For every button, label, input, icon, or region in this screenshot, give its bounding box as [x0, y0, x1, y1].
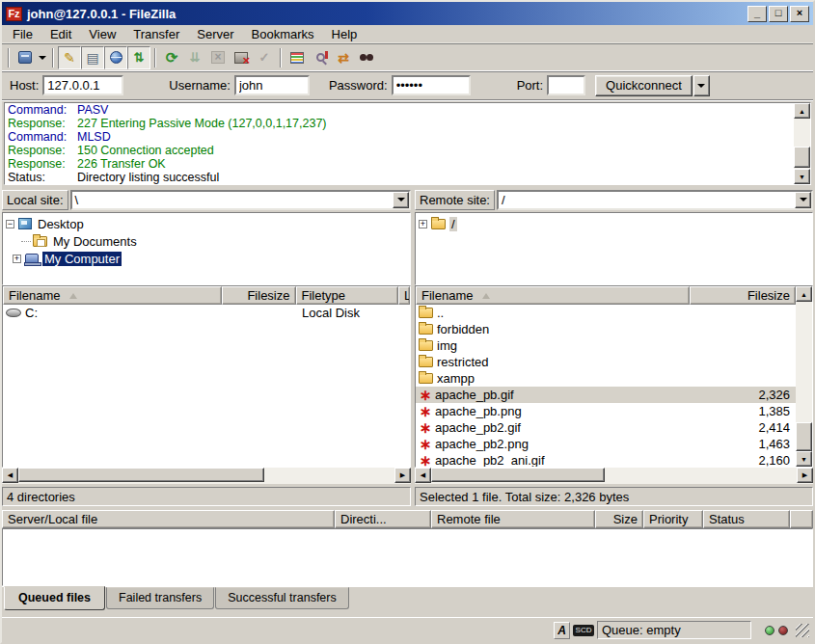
local-directory-tree[interactable]: − Desktop My Documents + My Computer	[2, 212, 411, 285]
remote-directory-tree[interactable]: + /	[415, 212, 813, 285]
column-header-filename[interactable]: Filename	[416, 286, 690, 305]
remote-horizontal-scrollbar[interactable]: ◀ ▶	[415, 468, 813, 484]
remote-file-row[interactable]: ..	[416, 305, 796, 321]
tree-item-my-computer[interactable]: + My Computer	[6, 250, 410, 267]
close-button[interactable]: ×	[790, 6, 809, 22]
scroll-up-button[interactable]: ▲	[796, 286, 812, 302]
scroll-track[interactable]	[794, 119, 810, 169]
expand-icon[interactable]: +	[419, 220, 427, 228]
collapse-icon[interactable]: −	[6, 220, 14, 228]
site-manager-button[interactable]	[14, 46, 37, 69]
tree-label-selected[interactable]: My Computer	[42, 252, 122, 266]
synchronized-browsing-button[interactable]: ⇄	[332, 46, 355, 69]
scroll-thumb[interactable]	[794, 147, 810, 168]
remote-file-row[interactable]: img	[416, 337, 796, 354]
scroll-thumb[interactable]	[18, 468, 264, 482]
scroll-thumb[interactable]	[431, 468, 605, 482]
column-header-status[interactable]: Status	[703, 510, 790, 528]
menu-edit[interactable]: Edit	[41, 26, 80, 42]
local-site-dropdown-button[interactable]	[393, 192, 409, 208]
menu-view[interactable]: View	[80, 26, 124, 42]
local-site-combobox[interactable]: \	[70, 190, 411, 210]
column-header-remote-file[interactable]: Remote file	[431, 510, 595, 528]
column-header-server-local-file[interactable]: Server/Local file	[2, 510, 335, 528]
scroll-track[interactable]	[431, 468, 797, 484]
remote-file-row[interactable]: restricted	[416, 354, 796, 370]
tab-queued-files[interactable]: Queued files	[4, 586, 105, 610]
local-horizontal-scrollbar[interactable]: ◀ ▶	[2, 468, 411, 484]
column-header-size[interactable]: Size	[595, 510, 643, 528]
scroll-left-button[interactable]: ◀	[415, 468, 431, 483]
remote-file-list[interactable]: Filename Filesize .. forbidden img	[415, 285, 813, 468]
username-input[interactable]	[234, 75, 310, 95]
quickconnect-dropdown-button[interactable]	[693, 75, 710, 96]
tab-failed-transfers[interactable]: Failed transfers	[106, 587, 214, 609]
data-type-indicator[interactable]: A	[554, 622, 570, 639]
scroll-track[interactable]	[18, 468, 394, 484]
directory-filters-button[interactable]	[285, 46, 309, 69]
column-header-filesize[interactable]: Filesize	[690, 286, 796, 305]
log-vertical-scrollbar[interactable]: ▲ ▼	[794, 103, 810, 184]
menu-transfer[interactable]: Transfer	[124, 26, 188, 42]
tree-label[interactable]: My Documents	[51, 234, 139, 249]
toggle-queue-button[interactable]: ⇅	[127, 46, 150, 69]
tree-item-my-documents[interactable]: My Documents	[6, 232, 410, 250]
menu-file[interactable]: File	[4, 26, 41, 42]
reconnect-button[interactable]: ✓	[253, 46, 276, 69]
message-log[interactable]: Command:PASV Response:227 Entering Passi…	[4, 102, 811, 185]
toggle-local-tree-button[interactable]: ▤	[81, 46, 104, 69]
column-header-filename[interactable]: Filename	[3, 286, 222, 305]
tab-successful-transfers[interactable]: Successful transfers	[215, 587, 349, 609]
speed-limit-indicator-icon[interactable]: SCD	[573, 625, 594, 636]
directory-comparison-button[interactable]	[309, 46, 332, 69]
disconnect-button[interactable]	[230, 46, 253, 69]
toggle-message-log-button[interactable]: ✎	[58, 46, 81, 69]
scroll-down-button[interactable]: ▼	[794, 169, 810, 184]
remote-file-row[interactable]: ∗apache_pb2.gif 2,414	[416, 419, 796, 436]
remote-site-dropdown-button[interactable]	[795, 192, 811, 208]
column-header-direction[interactable]: Directi...	[335, 510, 431, 528]
process-queue-button[interactable]: ⇊	[183, 46, 206, 69]
column-header-last-modified[interactable]: L	[398, 286, 410, 305]
queue-list[interactable]	[2, 528, 813, 586]
column-header-filesize[interactable]: Filesize	[222, 286, 296, 305]
tree-item-root[interactable]: + /	[419, 215, 812, 232]
site-manager-dropdown-button[interactable]	[37, 46, 48, 69]
local-file-list[interactable]: Filename Filesize Filetype L C: Local Di…	[2, 285, 411, 468]
remote-vertical-scrollbar[interactable]: ▲ ▼	[796, 286, 812, 467]
minimize-button[interactable]: _	[747, 6, 767, 22]
menu-server[interactable]: Server	[188, 26, 242, 42]
password-input[interactable]	[392, 75, 471, 95]
expand-icon[interactable]: +	[13, 255, 21, 263]
cancel-operation-button[interactable]: ×	[206, 46, 230, 69]
column-header-priority[interactable]: Priority	[643, 510, 703, 528]
tree-item-desktop[interactable]: − Desktop	[6, 215, 410, 232]
port-input[interactable]	[547, 75, 585, 95]
scroll-track[interactable]	[796, 302, 812, 451]
remote-site-combobox[interactable]: /	[497, 190, 813, 210]
remote-file-row-selected[interactable]: ∗apache_pb.gif 2,326	[416, 387, 796, 403]
scroll-right-button[interactable]: ▶	[394, 468, 411, 483]
remote-file-row[interactable]: xampp	[416, 370, 796, 387]
scroll-up-button[interactable]: ▲	[794, 103, 810, 119]
local-file-row-c-drive[interactable]: C: Local Disk	[3, 305, 410, 321]
host-input[interactable]	[42, 75, 123, 95]
toggle-remote-tree-button[interactable]	[104, 46, 127, 69]
tree-label-selected[interactable]: /	[449, 217, 457, 231]
title-bar[interactable]: Fz john@127.0.0.1 - FileZilla _ □ ×	[2, 2, 813, 25]
scroll-down-button[interactable]: ▼	[796, 451, 812, 467]
remote-file-row[interactable]: ∗apache_pb.png 1,385	[416, 403, 796, 419]
refresh-button[interactable]: ⟳	[160, 46, 183, 69]
scroll-right-button[interactable]: ▶	[797, 468, 813, 483]
menu-help[interactable]: Help	[323, 26, 367, 42]
quickconnect-button[interactable]: Quickconnect	[595, 75, 693, 96]
remote-file-row[interactable]: ∗apache_pb2_ani.gif 2,160	[416, 452, 796, 468]
maximize-button[interactable]: □	[769, 6, 788, 22]
find-files-button[interactable]	[355, 46, 378, 69]
scroll-left-button[interactable]: ◀	[2, 468, 18, 483]
remote-file-row[interactable]: forbidden	[416, 321, 796, 337]
scroll-thumb[interactable]	[796, 422, 812, 451]
resize-grip[interactable]	[796, 624, 809, 637]
menu-bookmarks[interactable]: Bookmarks	[243, 26, 323, 42]
remote-file-row[interactable]: ∗apache_pb2.png 1,463	[416, 436, 796, 452]
